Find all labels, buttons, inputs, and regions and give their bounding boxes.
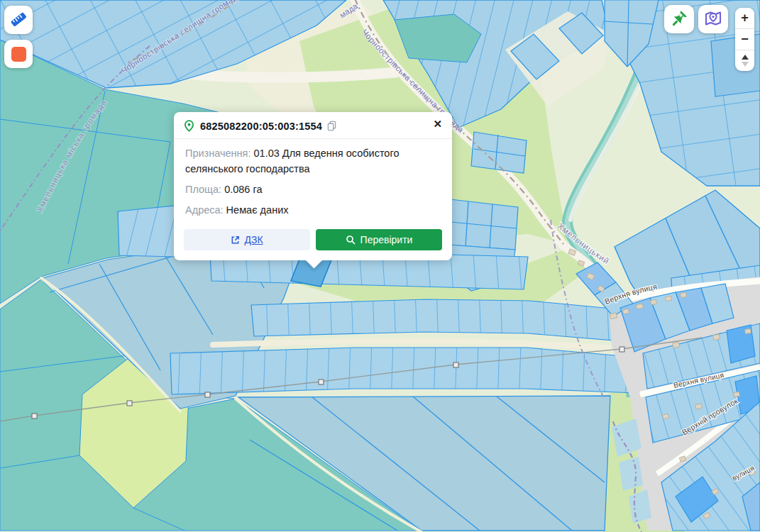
cadastral-map-app: Чорноострівська селищна громада мада Чор…: [0, 0, 760, 532]
location-pin-icon: [184, 120, 194, 132]
ruler-icon: [9, 10, 28, 31]
popup-header: 6825082200:05:003:1554 ✕: [174, 112, 452, 139]
spinner-down-icon: [742, 62, 749, 67]
popup-body: Призначення:01.03 Для ведення особистого…: [174, 139, 452, 224]
draw-area-tool-button[interactable]: [4, 40, 33, 68]
orange-square-icon: [11, 47, 26, 62]
close-button[interactable]: ✕: [430, 117, 445, 131]
spinner-up-icon: [742, 55, 749, 60]
field-label: Площа:: [185, 184, 221, 195]
field-purpose: Призначення:01.03 Для ведення особистого…: [185, 145, 441, 177]
field-value: Немає даних: [226, 204, 289, 216]
zoom-out-button[interactable]: −: [735, 29, 754, 50]
tilt-spinner[interactable]: [735, 50, 754, 71]
external-link-icon: [231, 235, 240, 245]
map-canvas[interactable]: Чорноострівська селищна громада мада Чор…: [0, 0, 760, 532]
verify-label: Перевірити: [360, 234, 413, 245]
field-address: Адреса:Немає даних: [185, 202, 441, 218]
zoom-control: + −: [735, 8, 754, 71]
map-pin-icon: [703, 9, 723, 31]
measure-tool-button[interactable]: [4, 6, 33, 34]
search-icon: [346, 235, 356, 245]
dzk-link-button[interactable]: ДЗК: [184, 229, 310, 250]
map-layers-button[interactable]: [698, 5, 728, 33]
copy-icon[interactable]: [327, 121, 336, 131]
field-value: 0.086 га: [224, 184, 262, 195]
dzk-label: ДЗК: [244, 234, 263, 245]
parcel-info-popup: 6825082200:05:003:1554 ✕ Призначення:01.…: [174, 112, 452, 260]
field-label: Призначення:: [185, 148, 251, 159]
field-area: Площа:0.086 га: [185, 182, 441, 197]
pushpin-icon: [669, 9, 689, 31]
pin-layer-button[interactable]: [664, 5, 694, 33]
zoom-in-button[interactable]: +: [735, 8, 754, 28]
field-label: Адреса:: [185, 204, 224, 216]
verify-button[interactable]: Перевірити: [316, 229, 442, 250]
parcel-id: 6825082200:05:003:1554: [200, 121, 322, 132]
